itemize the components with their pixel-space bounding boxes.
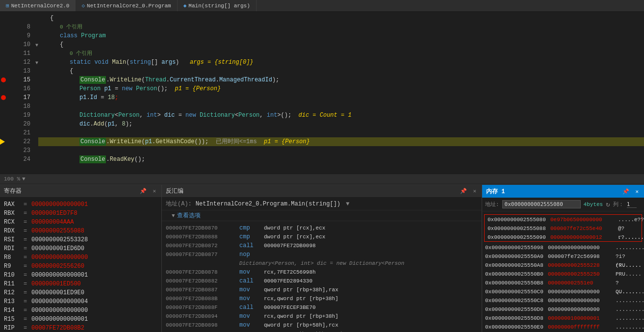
memory-close-btn[interactable]: ✕: [634, 188, 640, 195]
disasm-lookup-row: ▼ 查看选项: [162, 210, 482, 221]
memory-addr-label: 地址:: [485, 201, 499, 208]
reg-r9: R9 = 000000002556260: [0, 261, 161, 270]
memory-pin-btn[interactable]: 📌: [621, 188, 631, 195]
mem-row-5: 0x00000000025550A8 0000000002555228 (RU.…: [482, 260, 644, 269]
reg-rdx: RDX = 000000002555088: [0, 226, 161, 235]
memory-content[interactable]: 0x0000000002555080 0e97b06500000000 ....…: [482, 211, 644, 332]
disasm-line-7: 000007FE72DB0887 mov qword ptr [rbp+38h]…: [162, 285, 482, 294]
disasm-comment-2: dic.Add(p1, 8);: [162, 329, 482, 332]
line-numbers: 8 9 10 ▼ 11 12 ▼ 13 15 16 17 18 19 20 21…: [10, 12, 34, 174]
disasm-close-btn[interactable]: ✕: [471, 187, 478, 195]
registers-header: 寄存器 📌 ✕: [0, 185, 161, 198]
memory-addr-row: 地址: 4bytes ↻ 列：: [482, 198, 644, 211]
reg-r11: R11 = 000000001ED500: [0, 279, 161, 288]
class-icon: ◇: [81, 2, 85, 9]
disasm-line-8: 000007FE72DB088B mov rcx,qword ptr [rbp+…: [162, 294, 482, 303]
code-line-14: {: [38, 67, 644, 76]
code-line-15: Console.WriteLine(Thread.CurrentThread.M…: [38, 76, 644, 84]
registers-pin-btn[interactable]: 📌: [138, 187, 148, 195]
disasm-line-4: 000007FE72DB0877 nop: [162, 250, 482, 258]
code-line-18: [38, 102, 644, 111]
disasm-pin-btn[interactable]: 📌: [459, 187, 468, 195]
code-line-23: [38, 146, 644, 155]
disasm-title: 反汇编: [166, 187, 183, 195]
disasm-addr-row: 地址(A): NetInternalCore2_0.Program.Main(s…: [162, 198, 482, 210]
zoom-level[interactable]: 100 %: [4, 176, 20, 182]
mem-row-9: 0x00000000025550C8 0000000000000000 ....…: [482, 296, 644, 305]
disasm-addr-selector[interactable]: NetInternalCore2_0.Program.Main(string[]…: [196, 201, 350, 207]
disasm-controls: 📌 ✕: [459, 187, 478, 195]
mem-row-6: 0x00000000025550B0 0000000002555250 PRU.…: [482, 269, 644, 278]
reg-rax: RAX = 0000000000000001: [0, 200, 161, 208]
tab-main[interactable]: ◆ Main(string[] args): [178, 0, 257, 11]
disasm-line-2: 000007FE72DB0888 cmp dword ptr [rcx],ecx: [162, 232, 482, 241]
reg-r8: R8 = 0000000000000000: [0, 253, 161, 261]
memory-col-label: 列：: [613, 201, 624, 208]
reg-r13: R13 = 0000000000000004: [0, 297, 161, 306]
memory-highlight-group: 0x0000000002555080 0e97b06500000000 ....…: [484, 214, 642, 242]
reg-r15: R15 = 0000000000000001: [0, 314, 161, 323]
memory-addr-input[interactable]: [502, 200, 581, 208]
mem-row-10: 0x00000000025550D0 0000000000000000 ....…: [482, 305, 644, 313]
memory-bytes-label: 4bytes: [584, 202, 603, 207]
code-line-13: static void Main(string[] args) args = {…: [38, 58, 644, 67]
panels-row: 寄存器 📌 ✕ RAX = 0000000000000001 RBX = 000…: [0, 184, 644, 332]
mem-row-2: 0x0000000002555090 0000000000000012 ....…: [485, 232, 642, 241]
mem-row-3: 0x0000000002555098 0000000000000000 ....…: [482, 243, 644, 252]
mem-row-11: 0x00000000025550D8 0000000100000001 ....…: [482, 313, 644, 322]
mem-row-12: 0x00000000025550E0 00000000ffffffff ....…: [482, 322, 644, 331]
disasm-panel: 反汇编 📌 ✕ 地址(A): NetInternalCore2_0.Progra…: [162, 185, 482, 332]
code-line-19: Dictionary<Person, int> dic = new Dictio…: [38, 111, 644, 120]
reg-rsi: RSI = 0000000002553328: [0, 235, 161, 244]
breakpoint-17[interactable]: [1, 95, 6, 100]
code-line-16: Person p1 = new Person(); p1 = {Person}: [38, 84, 644, 93]
reg-r12: R12 = 0000000001ED9E0: [0, 288, 161, 297]
memory-refresh-btn[interactable]: ↻: [606, 200, 610, 208]
scroll-indicator: ▼: [22, 176, 26, 182]
registers-panel: 寄存器 📌 ✕ RAX = 0000000000000001 RBX = 000…: [0, 185, 162, 332]
disasm-expand-icon[interactable]: ▼: [172, 213, 175, 219]
disasm-addr-label: 地址(A):: [166, 200, 192, 208]
mem-row-1: 0x0000000002555088 000007fe72c55e40 @?r?…: [485, 224, 642, 232]
registers-title: 寄存器: [4, 187, 22, 195]
reg-rip: RIP = 00007FE72DB08B2: [0, 323, 161, 332]
disasm-line-11: 000007FE72DB0898 mov qword ptr [rbp+58h]…: [162, 320, 482, 329]
code-line-12-hint: 0 个引用: [38, 49, 644, 58]
mem-row-8: 0x00000000025550C0 0000000000000000 ....…: [482, 287, 644, 296]
code-line-8: {: [38, 14, 644, 23]
mem-row-0: 0x0000000002555080 0e97b06500000000 ....…: [485, 215, 642, 224]
method-icon: ◆: [183, 2, 187, 9]
reg-r14: R14 = 0000000000000000: [0, 306, 161, 314]
disasm-line-9: 000007FE72DB088F call 000007FECEF3BE70: [162, 303, 482, 311]
zoom-bar: 100 % ▼: [0, 174, 644, 184]
tab-program[interactable]: ◇ NetInternalCore2_0.Program: [76, 0, 177, 11]
code-line-21: [38, 128, 644, 137]
code-lines[interactable]: { 0 个引用 class Program { 0 个引用 static voi…: [34, 12, 644, 174]
registers-close-btn[interactable]: ✕: [151, 187, 157, 195]
disasm-line-10: 000007FE72DB0894 mov rcx,qword ptr [rbp+…: [162, 311, 482, 320]
breakpoint-column[interactable]: [0, 12, 10, 174]
disasm-dropdown-icon[interactable]: ▼: [346, 201, 349, 207]
code-line-11: {: [38, 40, 644, 49]
current-line-arrow: [0, 139, 5, 145]
reg-rbx: RBX = 00000001ED7F8: [0, 208, 161, 217]
breakpoint-15[interactable]: [1, 77, 6, 82]
memory-panel: 内存 1 📌 ✕ 地址: 4bytes ↻ 列： 0x0000000002555…: [482, 185, 644, 332]
tab-netinternalcore[interactable]: ⊞ NetInternalCore2.0: [0, 0, 76, 11]
code-line-24: Console.ReadKey();: [38, 155, 644, 164]
disasm-lookup-link[interactable]: 查看选项: [177, 211, 201, 220]
memory-col-input[interactable]: [627, 201, 637, 208]
disasm-content[interactable]: 000007FE72DB0870 cmp dword ptr [rcx],ecx…: [162, 221, 482, 332]
disasm-comment-1: Dictionary<Person, int> dic = new Dictio…: [162, 258, 482, 267]
code-line-10: class Program: [38, 31, 644, 40]
reg-rdi: RDI = 0000000001ED6D0: [0, 244, 161, 253]
disasm-line-1: 000007FE72DB0870 cmp dword ptr [rcx],ecx: [162, 223, 482, 232]
disasm-line-5: 000007FE72DB0878 mov rcx,7FE72C56998h: [162, 267, 482, 276]
code-line-9-hint: 0 个引用: [38, 23, 644, 31]
disasm-line-6: 000007FE72DB0882 call 00007FED2894330: [162, 276, 482, 285]
code-editor: 8 9 10 ▼ 11 12 ▼ 13 15 16 17 18 19 20 21…: [0, 12, 644, 174]
top-bar: ⊞ NetInternalCore2.0 ◇ NetInternalCore2_…: [0, 0, 644, 12]
mem-row-7: 0x00000000025550B8 000000002551e0 ?QU...…: [482, 278, 644, 287]
memory-title: 内存 1: [486, 187, 505, 196]
file-icon: ⊞: [6, 2, 9, 9]
